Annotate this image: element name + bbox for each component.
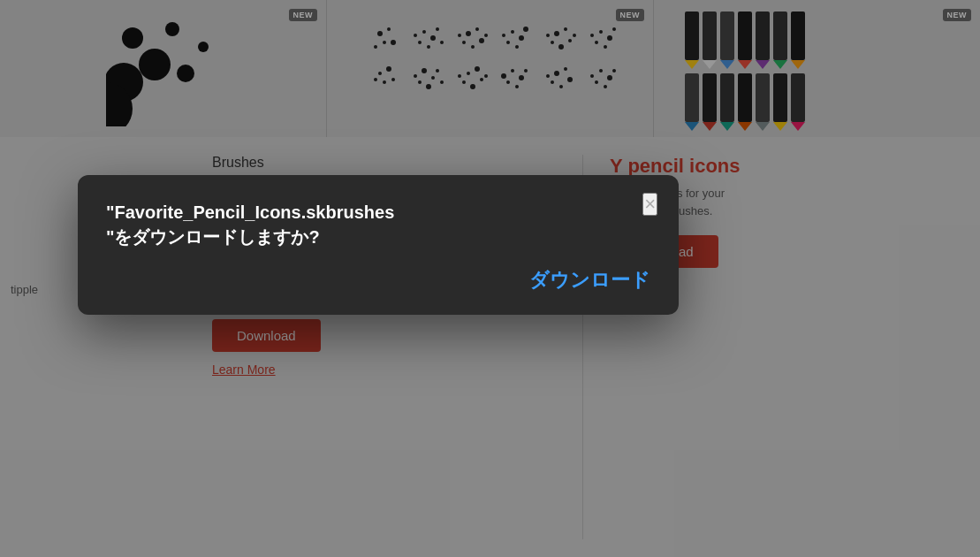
dialog-close-button[interactable]: × bbox=[642, 193, 657, 216]
download-dialog: × "Favorite_Pencil_Icons.skbrushes "をダウン… bbox=[78, 175, 679, 315]
dialog-actions: ダウンロード bbox=[106, 267, 650, 294]
page-background: NEW NEW bbox=[0, 0, 980, 557]
dialog-download-button[interactable]: ダウンロード bbox=[529, 267, 650, 294]
dialog-title: "Favorite_Pencil_Icons.skbrushes "をダウンロー… bbox=[106, 200, 650, 249]
